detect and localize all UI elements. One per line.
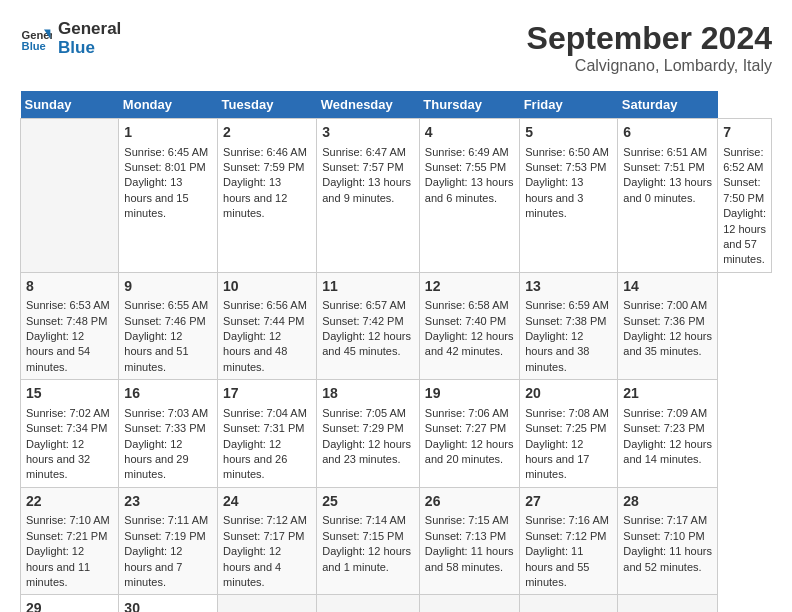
calendar-cell <box>317 595 420 612</box>
daylight-text: Daylight: 12 hours and 26 minutes. <box>223 437 311 483</box>
sunset-text: Sunset: 7:36 PM <box>623 314 712 329</box>
daylight-text: Daylight: 13 hours and 9 minutes. <box>322 175 414 206</box>
logo-icon: General Blue <box>20 23 52 55</box>
day-number: 22 <box>26 492 113 512</box>
day-number: 14 <box>623 277 712 297</box>
day-number: 10 <box>223 277 311 297</box>
day-number: 25 <box>322 492 414 512</box>
day-number: 24 <box>223 492 311 512</box>
daylight-text: Daylight: 12 hours and 17 minutes. <box>525 437 612 483</box>
calendar-cell: 9Sunrise: 6:55 AMSunset: 7:46 PMDaylight… <box>119 272 218 380</box>
day-number: 13 <box>525 277 612 297</box>
calendar-cell: 8Sunrise: 6:53 AMSunset: 7:48 PMDaylight… <box>21 272 119 380</box>
sunrise-text: Sunrise: 6:50 AM <box>525 145 612 160</box>
sunset-text: Sunset: 7:25 PM <box>525 421 612 436</box>
calendar-cell <box>520 595 618 612</box>
sunrise-text: Sunrise: 7:04 AM <box>223 406 311 421</box>
calendar-cell: 25Sunrise: 7:14 AMSunset: 7:15 PMDayligh… <box>317 487 420 595</box>
daylight-text: Daylight: 12 hours and 7 minutes. <box>124 544 212 590</box>
sunrise-text: Sunrise: 7:15 AM <box>425 513 514 528</box>
week-row-1: 1Sunrise: 6:45 AMSunset: 8:01 PMDaylight… <box>21 119 772 273</box>
day-number: 5 <box>525 123 612 143</box>
sunrise-text: Sunrise: 7:12 AM <box>223 513 311 528</box>
sunset-text: Sunset: 7:40 PM <box>425 314 514 329</box>
calendar-cell: 12Sunrise: 6:58 AMSunset: 7:40 PMDayligh… <box>419 272 519 380</box>
day-number: 7 <box>723 123 766 143</box>
sunrise-text: Sunrise: 6:55 AM <box>124 298 212 313</box>
daylight-text: Daylight: 13 hours and 6 minutes. <box>425 175 514 206</box>
day-header-thursday: Thursday <box>419 91 519 119</box>
day-number: 20 <box>525 384 612 404</box>
sunrise-text: Sunrise: 7:05 AM <box>322 406 414 421</box>
sunrise-text: Sunrise: 6:45 AM <box>124 145 212 160</box>
day-number: 27 <box>525 492 612 512</box>
calendar-cell: 3Sunrise: 6:47 AMSunset: 7:57 PMDaylight… <box>317 119 420 273</box>
week-row-5: 29Sunrise: 7:19 AMSunset: 7:08 PMDayligh… <box>21 595 772 612</box>
calendar-cell: 26Sunrise: 7:15 AMSunset: 7:13 PMDayligh… <box>419 487 519 595</box>
day-number: 1 <box>124 123 212 143</box>
day-number: 8 <box>26 277 113 297</box>
day-number: 4 <box>425 123 514 143</box>
day-header-tuesday: Tuesday <box>218 91 317 119</box>
sunrise-text: Sunrise: 7:14 AM <box>322 513 414 528</box>
daylight-text: Daylight: 12 hours and 23 minutes. <box>322 437 414 468</box>
calendar-table: SundayMondayTuesdayWednesdayThursdayFrid… <box>20 91 772 612</box>
sunrise-text: Sunrise: 6:46 AM <box>223 145 311 160</box>
day-number: 6 <box>623 123 712 143</box>
sunrise-text: Sunrise: 7:02 AM <box>26 406 113 421</box>
daylight-text: Daylight: 11 hours and 52 minutes. <box>623 544 712 575</box>
page-header: General Blue General Blue September 2024… <box>20 20 772 75</box>
day-header-saturday: Saturday <box>618 91 718 119</box>
day-header-friday: Friday <box>520 91 618 119</box>
daylight-text: Daylight: 12 hours and 42 minutes. <box>425 329 514 360</box>
daylight-text: Daylight: 12 hours and 54 minutes. <box>26 329 113 375</box>
calendar-cell: 18Sunrise: 7:05 AMSunset: 7:29 PMDayligh… <box>317 380 420 488</box>
sunset-text: Sunset: 7:34 PM <box>26 421 113 436</box>
day-number: 29 <box>26 599 113 612</box>
daylight-text: Daylight: 12 hours and 4 minutes. <box>223 544 311 590</box>
calendar-cell: 30Sunrise: 7:20 AMSunset: 7:06 PMDayligh… <box>119 595 218 612</box>
daylight-text: Daylight: 12 hours and 20 minutes. <box>425 437 514 468</box>
day-number: 28 <box>623 492 712 512</box>
sunrise-text: Sunrise: 7:10 AM <box>26 513 113 528</box>
sunset-text: Sunset: 7:57 PM <box>322 160 414 175</box>
day-header-monday: Monday <box>119 91 218 119</box>
day-number: 15 <box>26 384 113 404</box>
sunrise-text: Sunrise: 7:06 AM <box>425 406 514 421</box>
sunset-text: Sunset: 7:31 PM <box>223 421 311 436</box>
daylight-text: Daylight: 12 hours and 14 minutes. <box>623 437 712 468</box>
sunrise-text: Sunrise: 6:53 AM <box>26 298 113 313</box>
day-number: 26 <box>425 492 514 512</box>
week-row-3: 15Sunrise: 7:02 AMSunset: 7:34 PMDayligh… <box>21 380 772 488</box>
month-title: September 2024 <box>527 20 772 57</box>
sunset-text: Sunset: 7:59 PM <box>223 160 311 175</box>
sunrise-text: Sunrise: 7:11 AM <box>124 513 212 528</box>
sunset-text: Sunset: 7:13 PM <box>425 529 514 544</box>
day-number: 2 <box>223 123 311 143</box>
day-header-sunday: Sunday <box>21 91 119 119</box>
daylight-text: Daylight: 13 hours and 3 minutes. <box>525 175 612 221</box>
sunrise-text: Sunrise: 6:52 AM <box>723 145 766 176</box>
sunset-text: Sunset: 8:01 PM <box>124 160 212 175</box>
calendar-cell: 7Sunrise: 6:52 AMSunset: 7:50 PMDaylight… <box>718 119 772 273</box>
calendar-cell: 20Sunrise: 7:08 AMSunset: 7:25 PMDayligh… <box>520 380 618 488</box>
sunrise-text: Sunrise: 7:08 AM <box>525 406 612 421</box>
calendar-cell <box>618 595 718 612</box>
sunrise-text: Sunrise: 7:17 AM <box>623 513 712 528</box>
calendar-cell: 2Sunrise: 6:46 AMSunset: 7:59 PMDaylight… <box>218 119 317 273</box>
sunset-text: Sunset: 7:55 PM <box>425 160 514 175</box>
day-number: 16 <box>124 384 212 404</box>
sunset-text: Sunset: 7:17 PM <box>223 529 311 544</box>
sunrise-text: Sunrise: 7:09 AM <box>623 406 712 421</box>
sunset-text: Sunset: 7:10 PM <box>623 529 712 544</box>
calendar-cell: 13Sunrise: 6:59 AMSunset: 7:38 PMDayligh… <box>520 272 618 380</box>
calendar-cell: 14Sunrise: 7:00 AMSunset: 7:36 PMDayligh… <box>618 272 718 380</box>
title-block: September 2024 Calvignano, Lombardy, Ita… <box>527 20 772 75</box>
day-number: 19 <box>425 384 514 404</box>
sunrise-text: Sunrise: 7:16 AM <box>525 513 612 528</box>
days-header-row: SundayMondayTuesdayWednesdayThursdayFrid… <box>21 91 772 119</box>
sunrise-text: Sunrise: 7:03 AM <box>124 406 212 421</box>
calendar-cell: 4Sunrise: 6:49 AMSunset: 7:55 PMDaylight… <box>419 119 519 273</box>
sunset-text: Sunset: 7:15 PM <box>322 529 414 544</box>
logo: General Blue General Blue <box>20 20 121 57</box>
